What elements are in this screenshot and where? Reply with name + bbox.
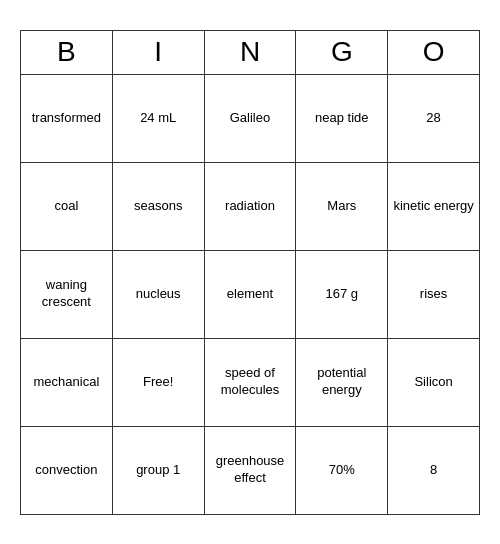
bingo-cell-r3-c5: rises	[388, 250, 480, 338]
bingo-cell-r3-c1: waning crescent	[21, 250, 113, 338]
header-cell-i: I	[112, 30, 204, 74]
bingo-cell-r3-c4: 167 g	[296, 250, 388, 338]
bingo-cell-r1-c5: 28	[388, 74, 480, 162]
bingo-cell-r1-c4: neap tide	[296, 74, 388, 162]
bingo-cell-r5-c2: group 1	[112, 426, 204, 514]
bingo-row-4: mechanicalFree!speed of moleculespotenti…	[21, 338, 480, 426]
bingo-cell-r2-c3: radiation	[204, 162, 296, 250]
bingo-cell-r2-c5: kinetic energy	[388, 162, 480, 250]
header-cell-n: N	[204, 30, 296, 74]
bingo-row-2: coalseasonsradiationMarskinetic energy	[21, 162, 480, 250]
bingo-cell-r4-c3: speed of molecules	[204, 338, 296, 426]
header-cell-o: O	[388, 30, 480, 74]
bingo-cell-r2-c4: Mars	[296, 162, 388, 250]
header-cell-b: B	[21, 30, 113, 74]
bingo-cell-r5-c1: convection	[21, 426, 113, 514]
bingo-cell-r3-c2: nucleus	[112, 250, 204, 338]
bingo-cell-r4-c5: Silicon	[388, 338, 480, 426]
bingo-cell-r1-c3: Galileo	[204, 74, 296, 162]
header-row: BINGO	[21, 30, 480, 74]
bingo-cell-r5-c5: 8	[388, 426, 480, 514]
bingo-cell-r4-c1: mechanical	[21, 338, 113, 426]
bingo-cell-r4-c4: potential energy	[296, 338, 388, 426]
header-cell-g: G	[296, 30, 388, 74]
bingo-cell-r1-c2: 24 mL	[112, 74, 204, 162]
bingo-cell-r4-c2: Free!	[112, 338, 204, 426]
bingo-row-1: transformed24 mLGalileoneap tide28	[21, 74, 480, 162]
bingo-cell-r2-c2: seasons	[112, 162, 204, 250]
bingo-row-5: convectiongroup 1greenhouse effect70%8	[21, 426, 480, 514]
bingo-cell-r1-c1: transformed	[21, 74, 113, 162]
bingo-cell-r5-c3: greenhouse effect	[204, 426, 296, 514]
bingo-card: BINGO transformed24 mLGalileoneap tide28…	[20, 30, 480, 515]
bingo-cell-r3-c3: element	[204, 250, 296, 338]
bingo-cell-r2-c1: coal	[21, 162, 113, 250]
bingo-row-3: waning crescentnucleuselement167 grises	[21, 250, 480, 338]
bingo-cell-r5-c4: 70%	[296, 426, 388, 514]
